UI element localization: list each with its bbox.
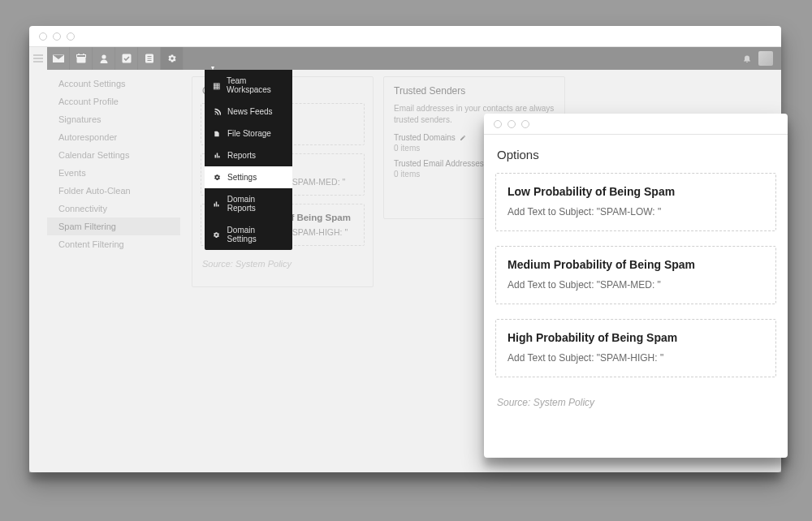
sidebar-item[interactable]: Autoresponder: [47, 128, 180, 146]
gear-icon: [213, 174, 221, 182]
card-heading: Low Probability of Being Spam: [508, 185, 764, 198]
menu-item-file-storage[interactable]: File Storage: [205, 123, 292, 144]
svg-point-4: [83, 54, 84, 55]
toolbar-tasks[interactable]: [115, 47, 138, 70]
top-toolbar: [47, 47, 781, 70]
sidebar-item[interactable]: Account Profile: [47, 93, 180, 110]
menu-item-domain-settings[interactable]: Domain Settings: [205, 219, 292, 250]
popup-titlebar: [484, 114, 788, 135]
card-subtext: Add Text to Subject: "SPAM-MED: ": [508, 279, 764, 291]
chevron-down-icon: ▾: [211, 64, 214, 71]
svg-point-3: [78, 54, 80, 55]
toolbar-notes[interactable]: [138, 47, 161, 70]
toolbar-contacts[interactable]: [93, 47, 115, 70]
sidebar-item[interactable]: Events: [47, 164, 180, 182]
menu-item-settings[interactable]: Settings: [205, 166, 292, 188]
source-note: Source: System Policy: [192, 254, 373, 277]
panel-title: Trusted Senders: [384, 77, 564, 103]
spam-option-card-high[interactable]: High Probability of Being Spam Add Text …: [495, 319, 776, 377]
svg-point-5: [102, 54, 106, 58]
card-heading: Medium Probability of Being Spam: [508, 258, 764, 271]
sidebar-item[interactable]: Account Settings: [47, 75, 180, 93]
toolbar-mail[interactable]: [47, 47, 70, 70]
menu-item-team-workspaces[interactable]: ▦Team Workspaces: [205, 70, 292, 101]
svg-rect-2: [76, 55, 85, 58]
popup-title: Options: [495, 146, 776, 173]
file-icon: [213, 130, 221, 138]
chart-icon: [213, 200, 221, 208]
user-avatar[interactable]: [758, 51, 773, 66]
gear-icon: [213, 230, 221, 239]
toolbar-settings[interactable]: [161, 47, 184, 70]
sidebar-item[interactable]: Calendar Settings: [47, 146, 180, 164]
menu-item-news-feeds[interactable]: News Feeds: [205, 101, 292, 123]
traffic-light-close[interactable]: [494, 120, 502, 128]
sidebar-item[interactable]: Signatures: [47, 110, 180, 128]
popup-source-note: Source: System Policy: [495, 392, 776, 416]
menu-item-domain-reports[interactable]: Domain Reports: [205, 188, 292, 219]
rss-icon: [213, 108, 221, 116]
toolbar-calendar[interactable]: [70, 47, 93, 70]
card-heading: High Probability of Being Spam: [508, 331, 764, 344]
sidebar-item[interactable]: Folder Auto-Clean: [47, 182, 180, 200]
window-titlebar: [29, 26, 781, 47]
traffic-light-max[interactable]: [67, 32, 75, 41]
traffic-light-min[interactable]: [508, 120, 516, 128]
card-subtext: Add Text to Subject: "SPAM-LOW: ": [508, 206, 764, 217]
card-subtext: Add Text to Subject: "SPAM-HIGH: ": [508, 352, 764, 364]
traffic-light-max[interactable]: [521, 120, 529, 128]
chart-icon: [213, 152, 221, 160]
traffic-light-close[interactable]: [39, 32, 47, 41]
settings-sidebar: Account Settings Account Profile Signatu…: [47, 75, 180, 253]
spam-option-card-low[interactable]: Low Probability of Being Spam Add Text t…: [495, 173, 776, 231]
spam-option-card-medium[interactable]: Medium Probability of Being Spam Add Tex…: [495, 246, 776, 304]
hamburger-icon[interactable]: [31, 49, 45, 68]
sidebar-item[interactable]: Connectivity: [47, 200, 180, 217]
notifications-icon[interactable]: [742, 54, 752, 63]
sidebar-item-spam-filtering[interactable]: Spam Filtering: [47, 217, 180, 235]
edit-icon[interactable]: [460, 135, 466, 141]
traffic-light-min[interactable]: [53, 32, 61, 41]
grid-icon: ▦: [213, 81, 220, 89]
options-popup-window: Options Low Probability of Being Spam Ad…: [484, 114, 788, 458]
menu-item-reports[interactable]: Reports: [205, 144, 292, 166]
sidebar-item[interactable]: Content Filtering: [47, 235, 180, 253]
gear-dropdown-menu: ▦Team Workspaces News Feeds File Storage…: [205, 70, 292, 250]
